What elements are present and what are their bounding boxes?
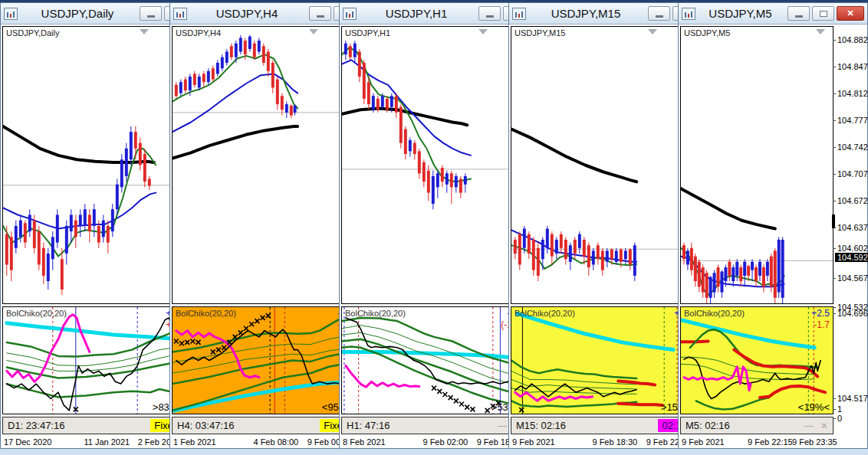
date-tick: 9 Feb 2021 <box>512 437 555 447</box>
titlebar[interactable]: USDJPY,M5 ✕ <box>679 3 867 25</box>
scale-price-marker <box>832 214 835 228</box>
indicator-label: BolChiko(20,20) <box>176 309 236 318</box>
date-tick: 9 Feb 18:30 <box>592 437 637 447</box>
indicator-plot <box>681 307 833 414</box>
indicator-panel[interactable]: BolChiko(20,20) +0.5 -1.2 >15%> <box>511 306 696 414</box>
panel-minimize-icon[interactable]: — <box>804 421 814 431</box>
minimize-button[interactable] <box>648 6 670 21</box>
indicator-value-1: +2.5 <box>811 308 830 319</box>
indicator-values: +2.5 -1.7 <box>811 308 830 331</box>
titlebar[interactable]: USDJPY,M15 <box>509 3 698 25</box>
titlebar[interactable]: USDJPY,H4 <box>170 3 359 25</box>
chart-symbol-label: USDJPY,H1 <box>345 28 390 38</box>
minimize-button[interactable] <box>787 6 810 21</box>
date-axis: 9 Feb 2021 9 Feb 18:30 9 Feb 22:30 <box>511 434 696 448</box>
chart-window-icon <box>512 8 526 20</box>
minimize-button[interactable] <box>478 6 501 21</box>
status-text: D1: 23:47:16 <box>8 420 150 431</box>
indicator-panel[interactable]: BolChiko(20,20) -0.6 (-1.0) >53%> <box>341 306 527 414</box>
minimize-icon <box>147 15 155 18</box>
candlestick-chart <box>173 27 357 303</box>
window-title: USDJPY,M15 <box>526 7 646 20</box>
panel-close-icon[interactable]: ✕ <box>820 421 828 431</box>
status-text: H1: 47:16 <box>347 420 498 431</box>
window-title: USDJPY,H1 <box>357 7 476 20</box>
chart-window-icon <box>682 8 695 20</box>
close-button[interactable]: ✕ <box>837 6 864 21</box>
price-tick: 104.672 <box>837 196 868 205</box>
chart-window-h4: USDJPY,H4 USDJPY,H4 BolChiko(20,20) -1.5… <box>169 2 360 449</box>
chart-area[interactable]: USDJPY,M5 <box>680 26 833 304</box>
minimize-button[interactable] <box>309 6 331 21</box>
status-text: H4: 03:47:16 <box>177 420 320 431</box>
candlestick-chart <box>511 27 695 303</box>
chart-window-h1: USDJPY,H1 USDJPY,H1 BolChiko(20,20) -0.6… <box>339 2 529 449</box>
chart-area[interactable]: USDJPY,H1 <box>341 26 527 304</box>
indicator-panel[interactable]: BolChiko(20,20) +0.4 +0.4 >83%> <box>2 306 188 414</box>
chevron-down-icon[interactable] <box>140 29 149 34</box>
titlebar[interactable]: USDJPY,H1 <box>340 3 528 25</box>
price-tick: 0 <box>837 414 842 423</box>
panel-minimize-icon[interactable]: — <box>498 421 507 431</box>
chart-window-m5: USDJPY,M5 ✕ USDJPY,M5 BolChiko(20,20) +2… <box>678 2 868 449</box>
date-tick: 17 Dec 2020 <box>4 437 51 447</box>
date-tick: 9 Feb 23:35 <box>792 437 837 447</box>
price-tick: 104.517 <box>837 394 868 403</box>
chart-window-icon <box>343 8 357 20</box>
indicator-label: BolChiko(20,20) <box>515 309 575 318</box>
candlestick-chart <box>3 27 187 303</box>
price-tick: 104.602 <box>837 244 868 253</box>
chart-area[interactable]: USDJPY,M15 <box>511 26 696 304</box>
price-tick: 104.707 <box>837 169 868 178</box>
chart-window-icon <box>173 8 187 20</box>
date-tick: 1 Feb 2021 <box>173 437 216 447</box>
date-axis: 9 Feb 2021 9 Feb 22:15 9 Feb 23:35 <box>680 434 833 448</box>
titlebar[interactable]: USDJPY,Daily <box>1 3 189 25</box>
indicator-plot <box>173 307 357 414</box>
candlestick-chart <box>342 27 526 303</box>
price-tick: 104.812 <box>837 89 868 98</box>
candlestick-chart <box>681 27 833 303</box>
chart-window-daily: USDJPY,Daily USDJPY,Daily BolChiko(20,20… <box>0 2 190 449</box>
price-tick: 104.567 <box>837 273 868 283</box>
status-text: M5: 02:16 <box>686 420 804 431</box>
current-price-label: 104.592 <box>835 253 868 262</box>
chart-symbol-label: USDJPY,M5 <box>684 28 730 38</box>
chart-symbol-label: USDJPY,M15 <box>515 28 565 38</box>
restore-button[interactable] <box>812 6 834 21</box>
indicator-label: BolChiko(20,20) <box>684 309 745 318</box>
status-text: M15: 02:16 <box>516 420 658 431</box>
indicator-plot <box>511 307 695 414</box>
status-bar: H1: 47:16 —✕ <box>341 417 527 434</box>
indicator-plot <box>3 307 187 414</box>
price-tick: 104.777 <box>837 116 868 125</box>
chevron-down-icon[interactable] <box>648 29 657 34</box>
minimize-icon <box>656 15 663 18</box>
price-scale[interactable]: 104.882104.847104.812104.777104.742104.7… <box>832 26 867 450</box>
price-tick: 104.742 <box>837 142 868 152</box>
date-axis: 8 Feb 2021 9 Feb 02:00 9 Feb 18:00 <box>341 434 527 448</box>
minimize-icon <box>795 15 803 18</box>
date-tick: 4 Feb 08:00 <box>253 437 298 447</box>
date-axis: 1 Feb 2021 4 Feb 08:00 9 Feb 00:00 <box>172 434 357 448</box>
price-tick: 104.696 <box>837 309 868 318</box>
date-axis: 17 Dec 2020 11 Jan 2021 2 Feb 2021 <box>2 434 188 448</box>
indicator-label: BolChiko(20,20) <box>6 309 67 318</box>
chevron-down-icon[interactable] <box>478 29 488 34</box>
minimize-button[interactable] <box>140 6 162 21</box>
indicator-panel[interactable]: BolChiko(20,20) -1.5 -1.8 <95%< <box>172 306 357 414</box>
window-title: USDJPY,H4 <box>187 7 307 20</box>
chart-window-icon <box>4 8 18 20</box>
chevron-down-icon[interactable] <box>816 29 825 34</box>
minimize-icon <box>317 15 324 18</box>
status-bar: M15: 02:16 02:16 <box>511 417 696 434</box>
chevron-down-icon[interactable] <box>309 29 318 34</box>
indicator-panel[interactable]: BolChiko(20,20) +2.5 -1.7 <19%< <box>680 306 833 414</box>
price-tick: 1 <box>837 404 842 414</box>
date-tick: 9 Feb 2021 <box>682 437 725 447</box>
indicator-value-2: -1.7 <box>811 319 830 331</box>
chart-area[interactable]: USDJPY,Daily <box>2 26 188 304</box>
restore-icon <box>820 11 827 17</box>
chart-area[interactable]: USDJPY,H4 <box>172 26 357 304</box>
price-tick: 104.847 <box>837 62 868 71</box>
